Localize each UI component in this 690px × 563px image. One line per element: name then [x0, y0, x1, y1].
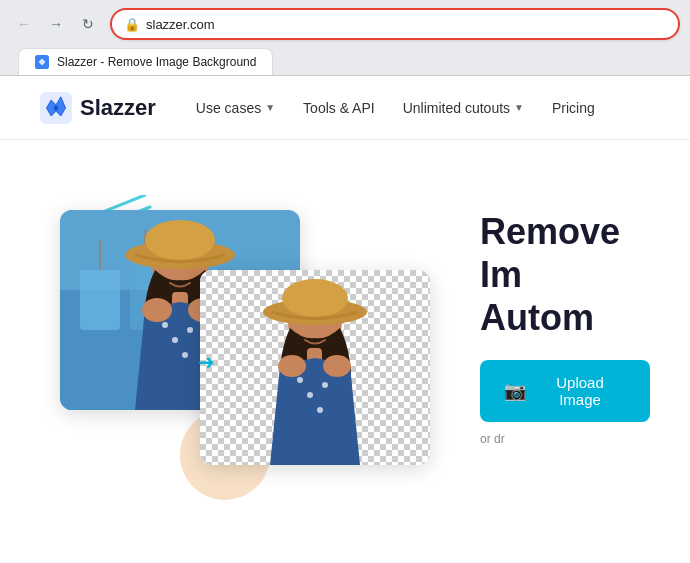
upload-button[interactable]: 📷 Upload Image: [480, 360, 650, 422]
svg-point-14: [145, 220, 215, 260]
removed-photo: [200, 270, 430, 465]
tab-favicon: [35, 55, 49, 69]
website-content: Slazzer Use cases ▼ Tools & API Unlimite…: [0, 76, 690, 563]
svg-point-30: [278, 355, 306, 377]
svg-point-29: [317, 407, 323, 413]
svg-point-17: [172, 337, 178, 343]
upload-hint: or dr: [480, 432, 650, 446]
tab-bar: Slazzer - Remove Image Background: [10, 48, 680, 75]
nav-tools-api[interactable]: Tools & API: [303, 100, 375, 116]
svg-point-19: [182, 352, 188, 358]
svg-point-20: [142, 298, 172, 322]
url-text: slazzer.com: [146, 17, 215, 32]
hero-section: ➜: [0, 140, 690, 540]
nav-pricing[interactable]: Pricing: [552, 100, 595, 116]
svg-point-24: [282, 279, 348, 317]
svg-point-31: [323, 355, 351, 377]
back-button[interactable]: ←: [10, 10, 38, 38]
browser-toolbar: ← → ↻ 🔒 slazzer.com: [10, 8, 680, 40]
hero-images: ➜: [40, 180, 460, 540]
browser-tab[interactable]: Slazzer - Remove Image Background: [18, 48, 273, 75]
removed-bg-card: [200, 270, 430, 465]
chevron-down-icon: ▼: [265, 102, 275, 113]
tab-title: Slazzer - Remove Image Background: [57, 55, 256, 69]
site-navbar: Slazzer Use cases ▼ Tools & API Unlimite…: [0, 76, 690, 140]
hero-text: Remove Im Autom 📷 Upload Image or dr: [460, 180, 650, 540]
chevron-down-icon-2: ▼: [514, 102, 524, 113]
svg-point-16: [162, 322, 168, 328]
logo-container[interactable]: Slazzer: [40, 92, 156, 124]
transform-arrow: ➜: [198, 350, 215, 374]
refresh-button[interactable]: ↻: [74, 10, 102, 38]
svg-rect-8: [80, 270, 120, 330]
logo-icon: [40, 92, 72, 124]
hero-title: Remove Im Autom: [480, 210, 650, 340]
svg-point-27: [307, 392, 313, 398]
svg-point-18: [187, 327, 193, 333]
browser-chrome: ← → ↻ 🔒 slazzer.com Slazzer - Remove Ima…: [0, 0, 690, 76]
forward-button[interactable]: →: [42, 10, 70, 38]
lock-icon: 🔒: [124, 17, 140, 32]
svg-point-26: [297, 377, 303, 383]
svg-point-28: [322, 382, 328, 388]
upload-icon: 📷: [504, 380, 526, 402]
nav-links: Use cases ▼ Tools & API Unlimited cutout…: [196, 100, 650, 116]
address-bar[interactable]: 🔒 slazzer.com: [110, 8, 680, 40]
nav-buttons: ← → ↻: [10, 10, 102, 38]
nav-use-cases[interactable]: Use cases ▼: [196, 100, 275, 116]
logo-brand-name: Slazzer: [80, 95, 156, 121]
nav-unlimited-cutouts[interactable]: Unlimited cutouts ▼: [403, 100, 524, 116]
svg-point-2: [54, 105, 59, 110]
